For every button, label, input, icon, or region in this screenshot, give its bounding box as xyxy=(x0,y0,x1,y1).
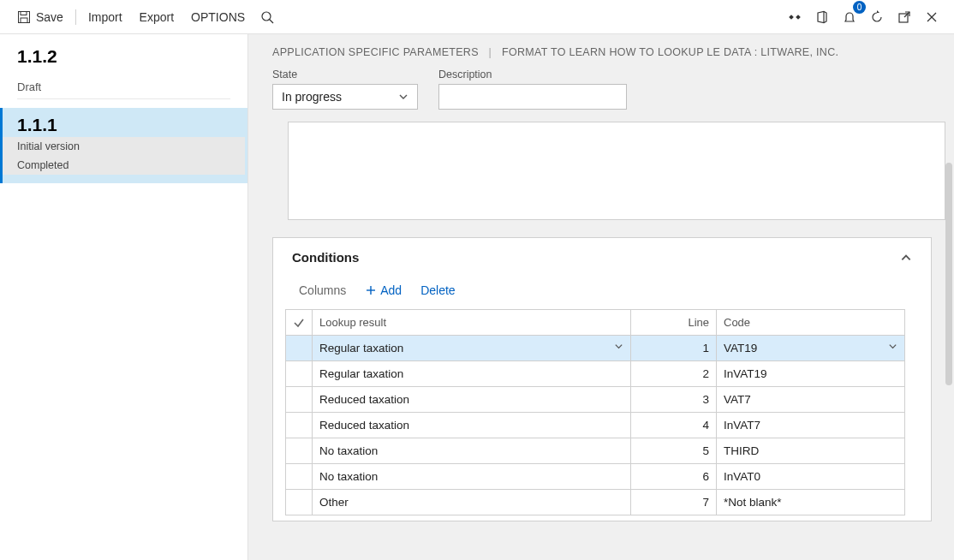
cell-code[interactable]: InVAT0 xyxy=(717,464,905,490)
version-status: Draft xyxy=(17,72,230,99)
version-title: 1.1.2 xyxy=(17,46,230,72)
cell-lookup[interactable]: Reduced taxation xyxy=(313,413,631,438)
svg-rect-2 xyxy=(21,18,27,23)
table-row[interactable]: No taxation6InVAT0 xyxy=(286,464,905,490)
cell-code[interactable]: THIRD xyxy=(717,438,905,464)
cell-code[interactable]: InVAT7 xyxy=(717,413,905,438)
cell-code[interactable]: VAT19 xyxy=(717,336,905,361)
state-select[interactable]: In progress xyxy=(272,84,418,110)
row-check[interactable] xyxy=(286,387,313,413)
chevron-down-icon xyxy=(398,92,408,102)
cell-code[interactable]: InVAT19 xyxy=(717,361,905,387)
svg-rect-1 xyxy=(21,11,27,15)
cell-code[interactable]: *Not blank* xyxy=(717,490,905,515)
save-label: Save xyxy=(36,10,63,24)
col-code[interactable]: Code xyxy=(717,310,905,336)
breadcrumb: APPLICATION SPECIFIC PARAMETERS | FORMAT… xyxy=(272,46,930,58)
office-icon xyxy=(815,10,829,24)
cell-lookup[interactable]: Regular taxation xyxy=(313,336,631,361)
cell-line[interactable]: 7 xyxy=(631,490,717,515)
row-check[interactable] xyxy=(286,413,313,438)
toolbar-separator xyxy=(75,9,76,25)
svg-rect-0 xyxy=(19,11,30,22)
col-line[interactable]: Line xyxy=(631,310,717,336)
row-check[interactable] xyxy=(286,361,313,387)
conditions-panel: Conditions Columns Add Delete xyxy=(272,237,932,521)
save-button[interactable]: Save xyxy=(9,3,72,31)
connect-button[interactable] xyxy=(781,3,808,31)
conditions-title: Conditions xyxy=(292,250,359,265)
sidebar-version-1[interactable]: 1.1.2 Draft xyxy=(0,39,247,108)
check-icon xyxy=(293,317,305,329)
row-check[interactable] xyxy=(286,490,313,515)
svg-rect-6 xyxy=(796,15,801,20)
notification-badge: 0 xyxy=(853,1,866,14)
table-row[interactable]: Other7*Not blank* xyxy=(286,490,905,515)
conditions-table: Lookup result Line Code Regular taxation… xyxy=(285,309,905,515)
import-label: Import xyxy=(88,10,122,24)
columns-button[interactable]: Columns xyxy=(299,283,346,297)
table-row[interactable]: Regular taxation1VAT19 xyxy=(286,336,905,361)
collapse-button[interactable] xyxy=(900,252,912,264)
cell-line[interactable]: 5 xyxy=(631,438,717,464)
cell-line[interactable]: 4 xyxy=(631,413,717,438)
cell-line[interactable]: 1 xyxy=(631,336,717,361)
connect-icon xyxy=(788,10,802,24)
scrollbar[interactable] xyxy=(945,163,952,385)
state-label: State xyxy=(272,69,418,80)
cell-line[interactable]: 3 xyxy=(631,387,717,413)
office-button[interactable] xyxy=(808,3,836,31)
version-sub: Initial version xyxy=(3,137,245,156)
col-check[interactable] xyxy=(286,310,313,336)
cell-lookup[interactable]: Reduced taxation xyxy=(313,387,631,413)
import-button[interactable]: Import xyxy=(80,3,131,31)
cell-lookup[interactable]: No taxation xyxy=(313,438,631,464)
toolbar: Save Import Export OPTIONS 0 xyxy=(0,0,954,34)
cell-lookup[interactable]: Regular taxation xyxy=(313,361,631,387)
row-check[interactable] xyxy=(286,464,313,490)
row-check[interactable] xyxy=(286,438,313,464)
close-icon xyxy=(925,10,939,24)
description-input[interactable] xyxy=(438,84,627,110)
add-label: Add xyxy=(380,283,402,297)
cell-line[interactable]: 2 xyxy=(631,361,717,387)
cell-code[interactable]: VAT7 xyxy=(717,387,905,413)
refresh-icon xyxy=(870,10,884,24)
refresh-button[interactable] xyxy=(863,3,891,31)
version-title: 1.1.1 xyxy=(17,115,230,137)
row-check[interactable] xyxy=(286,336,313,361)
svg-rect-5 xyxy=(789,15,794,20)
chevron-up-icon xyxy=(900,252,912,264)
state-value: In progress xyxy=(282,90,342,104)
popout-button[interactable] xyxy=(891,3,918,31)
svg-line-4 xyxy=(270,19,274,23)
table-row[interactable]: Reduced taxation3VAT7 xyxy=(286,387,905,413)
search-icon xyxy=(260,10,274,24)
description-label: Description xyxy=(438,69,627,80)
export-button[interactable]: Export xyxy=(131,3,182,31)
cell-lookup[interactable]: Other xyxy=(313,490,631,515)
main-panel: APPLICATION SPECIFIC PARAMETERS | FORMAT… xyxy=(248,34,954,560)
cell-lookup[interactable]: No taxation xyxy=(313,464,631,490)
close-button[interactable] xyxy=(918,3,945,31)
delete-button[interactable]: Delete xyxy=(420,283,455,297)
version-sidebar: 1.1.2 Draft 1.1.1 Initial version Comple… xyxy=(0,34,248,560)
breadcrumb-b: FORMAT TO LEARN HOW TO LOOKUP LE DATA : … xyxy=(502,46,838,58)
notification-button[interactable]: 0 xyxy=(836,3,863,31)
search-button[interactable] xyxy=(253,3,281,31)
table-row[interactable]: Reduced taxation4InVAT7 xyxy=(286,413,905,438)
save-icon xyxy=(17,10,31,24)
add-button[interactable]: Add xyxy=(365,283,402,297)
table-row[interactable]: No taxation5THIRD xyxy=(286,438,905,464)
svg-line-9 xyxy=(904,12,909,17)
export-label: Export xyxy=(140,10,174,24)
popout-icon xyxy=(897,10,911,24)
cell-line[interactable]: 6 xyxy=(631,464,717,490)
options-button[interactable]: OPTIONS xyxy=(182,3,253,31)
breadcrumb-separator: | xyxy=(489,46,492,58)
breadcrumb-a: APPLICATION SPECIFIC PARAMETERS xyxy=(272,46,479,58)
col-lookup[interactable]: Lookup result xyxy=(313,310,631,336)
sidebar-version-2[interactable]: 1.1.1 Initial version Completed xyxy=(0,108,247,183)
version-sub: Completed xyxy=(3,156,245,175)
table-row[interactable]: Regular taxation2InVAT19 xyxy=(286,361,905,387)
